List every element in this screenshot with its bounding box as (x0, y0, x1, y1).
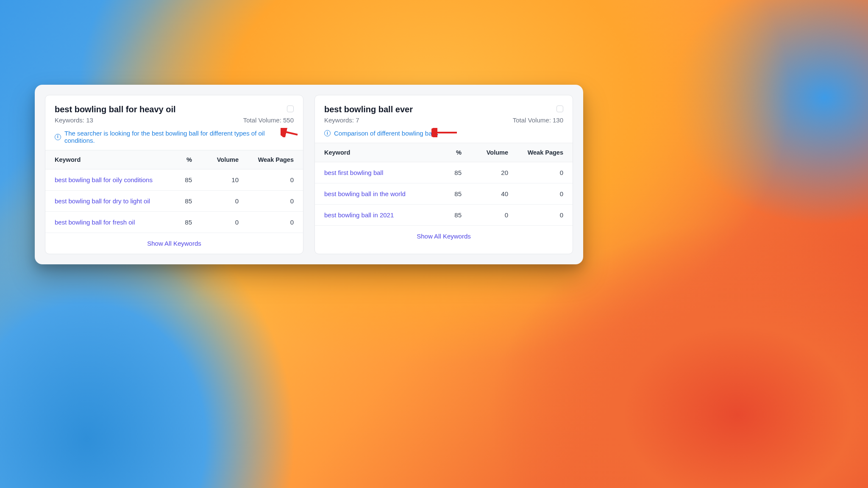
cell-volume: 0 (192, 219, 239, 226)
cell-volume: 20 (462, 169, 508, 176)
cell-weak: 0 (239, 176, 294, 183)
card-header: best bowling ball ever Keywords: 7 Total… (315, 95, 573, 143)
cluster-title: best bowling ball for heavy oil (55, 104, 176, 115)
cell-weak: 0 (508, 190, 563, 197)
keyword-count: Keywords: 7 (324, 116, 359, 124)
search-intent: i The searcher is looking for the best b… (55, 130, 294, 144)
cell-volume: 40 (462, 190, 508, 197)
keyword-count: Keywords: 13 (55, 116, 93, 124)
cell-percent: 85 (432, 190, 462, 197)
cluster-card: best bowling ball ever Keywords: 7 Total… (314, 95, 573, 254)
keyword-link[interactable]: best bowling ball in 2021 (324, 211, 432, 219)
cell-volume: 0 (192, 197, 239, 205)
col-percent: % (162, 156, 192, 163)
card-header: best bowling ball for heavy oil Keywords… (45, 95, 303, 150)
cell-weak: 0 (239, 197, 294, 205)
cell-weak: 0 (508, 169, 563, 176)
table-row: best bowling ball for oily conditions 85… (45, 169, 303, 191)
col-volume: Volume (462, 149, 508, 156)
cluster-title: best bowling ball ever (324, 104, 413, 115)
total-volume: Total Volume: 130 (513, 116, 563, 124)
keyword-link[interactable]: best first bowling ball (324, 169, 432, 176)
col-percent: % (432, 149, 462, 156)
cell-volume: 10 (192, 176, 239, 183)
cell-weak: 0 (239, 219, 294, 226)
cluster-card: best bowling ball for heavy oil Keywords… (45, 95, 303, 254)
table-row: best bowling ball in 2021 85 0 0 (315, 205, 573, 226)
cell-percent: 85 (162, 197, 192, 205)
table-header: Keyword % Volume Weak Pages (45, 150, 303, 169)
table-row: best first bowling ball 85 20 0 (315, 162, 573, 183)
keyword-link[interactable]: best bowling ball for dry to light oil (55, 197, 162, 205)
table-header: Keyword % Volume Weak Pages (315, 143, 573, 162)
cell-percent: 85 (162, 176, 192, 183)
keyword-cluster-panel: best bowling ball for heavy oil Keywords… (35, 85, 583, 264)
keyword-link[interactable]: best bowling ball for fresh oil (55, 219, 162, 226)
cell-weak: 0 (508, 211, 563, 219)
total-volume: Total Volume: 550 (243, 116, 294, 124)
table-row: best bowling ball for fresh oil 85 0 0 (45, 212, 303, 233)
cell-percent: 85 (432, 169, 462, 176)
col-weak-pages: Weak Pages (239, 156, 294, 163)
select-cluster-checkbox[interactable] (556, 105, 563, 112)
cell-percent: 85 (162, 219, 192, 226)
table-row: best bowling ball for dry to light oil 8… (45, 191, 303, 212)
intent-text: The searcher is looking for the best bow… (64, 130, 294, 144)
cell-volume: 0 (462, 211, 508, 219)
col-weak-pages: Weak Pages (508, 149, 563, 156)
show-all-button[interactable]: Show All Keywords (315, 226, 573, 247)
keyword-link[interactable]: best bowling ball in the world (324, 190, 432, 197)
info-icon: i (55, 134, 61, 140)
keyword-link[interactable]: best bowling ball for oily conditions (55, 176, 162, 183)
table-row: best bowling ball in the world 85 40 0 (315, 183, 573, 205)
col-keyword: Keyword (324, 149, 432, 156)
cell-percent: 85 (432, 211, 462, 219)
col-volume: Volume (192, 156, 239, 163)
show-all-button[interactable]: Show All Keywords (45, 233, 303, 254)
col-keyword: Keyword (55, 156, 162, 163)
search-intent: i Comparison of different bowling balls (324, 130, 563, 137)
info-icon: i (324, 130, 331, 136)
select-cluster-checkbox[interactable] (287, 105, 294, 112)
intent-text: Comparison of different bowling balls (334, 130, 438, 137)
